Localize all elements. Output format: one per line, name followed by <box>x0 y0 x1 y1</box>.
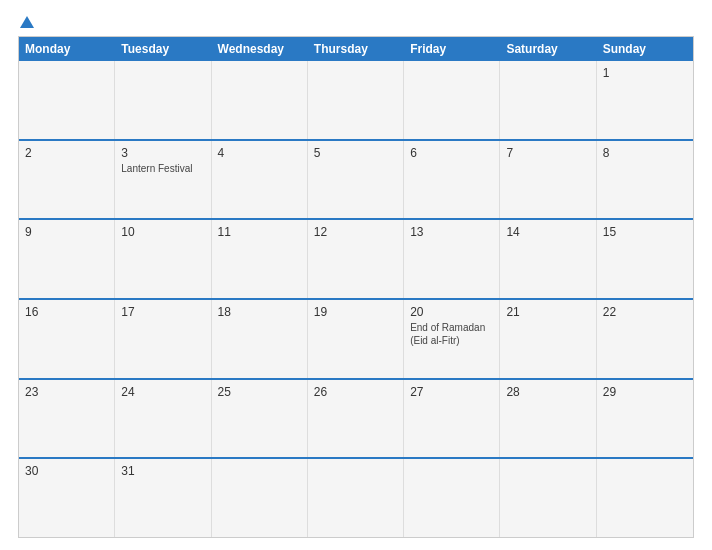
header-day-thursday: Thursday <box>308 37 404 61</box>
calendar-cell: 14 <box>500 220 596 298</box>
calendar-cell: 2 <box>19 141 115 219</box>
header-day-tuesday: Tuesday <box>115 37 211 61</box>
day-number: 15 <box>603 225 687 239</box>
day-number: 10 <box>121 225 204 239</box>
calendar-cell: 23 <box>19 380 115 458</box>
day-number: 9 <box>25 225 108 239</box>
calendar-cell: 15 <box>597 220 693 298</box>
calendar-cell: 29 <box>597 380 693 458</box>
day-number: 26 <box>314 385 397 399</box>
calendar-cell: 16 <box>19 300 115 378</box>
page: MondayTuesdayWednesdayThursdayFridaySatu… <box>0 0 712 550</box>
day-number: 22 <box>603 305 687 319</box>
event-label: End of Ramadan (Eid al-Fitr) <box>410 321 493 347</box>
day-number: 8 <box>603 146 687 160</box>
calendar-cell: 8 <box>597 141 693 219</box>
calendar-cell: 18 <box>212 300 308 378</box>
calendar-cell: 22 <box>597 300 693 378</box>
header <box>18 16 694 28</box>
calendar-cell: 12 <box>308 220 404 298</box>
calendar-cell <box>212 459 308 537</box>
calendar-cell: 7 <box>500 141 596 219</box>
header-day-friday: Friday <box>404 37 500 61</box>
calendar-cell: 28 <box>500 380 596 458</box>
event-label: Lantern Festival <box>121 162 204 175</box>
day-number: 20 <box>410 305 493 319</box>
day-number: 13 <box>410 225 493 239</box>
calendar-cell: 11 <box>212 220 308 298</box>
calendar-cell: 27 <box>404 380 500 458</box>
calendar-week-3: 9101112131415 <box>19 218 693 298</box>
day-number: 23 <box>25 385 108 399</box>
calendar-cell: 21 <box>500 300 596 378</box>
header-day-sunday: Sunday <box>597 37 693 61</box>
day-number: 16 <box>25 305 108 319</box>
day-number: 7 <box>506 146 589 160</box>
calendar-cell <box>500 61 596 139</box>
calendar-cell: 17 <box>115 300 211 378</box>
calendar-header: MondayTuesdayWednesdayThursdayFridaySatu… <box>19 37 693 61</box>
day-number: 29 <box>603 385 687 399</box>
calendar-cell: 5 <box>308 141 404 219</box>
day-number: 11 <box>218 225 301 239</box>
calendar-cell: 1 <box>597 61 693 139</box>
day-number: 25 <box>218 385 301 399</box>
calendar-cell: 13 <box>404 220 500 298</box>
calendar-cell: 31 <box>115 459 211 537</box>
calendar-cell: 4 <box>212 141 308 219</box>
calendar-cell: 20End of Ramadan (Eid al-Fitr) <box>404 300 500 378</box>
day-number: 27 <box>410 385 493 399</box>
day-number: 14 <box>506 225 589 239</box>
day-number: 6 <box>410 146 493 160</box>
calendar-body: 123Lantern Festival456789101112131415161… <box>19 61 693 537</box>
day-number: 2 <box>25 146 108 160</box>
header-day-saturday: Saturday <box>500 37 596 61</box>
day-number: 5 <box>314 146 397 160</box>
calendar-cell: 26 <box>308 380 404 458</box>
calendar-week-5: 23242526272829 <box>19 378 693 458</box>
calendar-cell <box>308 459 404 537</box>
calendar-cell <box>308 61 404 139</box>
calendar-cell: 30 <box>19 459 115 537</box>
header-day-monday: Monday <box>19 37 115 61</box>
logo-triangle-icon <box>20 16 34 28</box>
day-number: 19 <box>314 305 397 319</box>
calendar-week-2: 23Lantern Festival45678 <box>19 139 693 219</box>
day-number: 24 <box>121 385 204 399</box>
day-number: 12 <box>314 225 397 239</box>
calendar-cell <box>404 459 500 537</box>
day-number: 21 <box>506 305 589 319</box>
calendar: MondayTuesdayWednesdayThursdayFridaySatu… <box>18 36 694 538</box>
day-number: 18 <box>218 305 301 319</box>
day-number: 30 <box>25 464 108 478</box>
day-number: 3 <box>121 146 204 160</box>
day-number: 17 <box>121 305 204 319</box>
day-number: 4 <box>218 146 301 160</box>
calendar-cell <box>404 61 500 139</box>
day-number: 31 <box>121 464 204 478</box>
calendar-cell: 25 <box>212 380 308 458</box>
calendar-cell: 9 <box>19 220 115 298</box>
calendar-cell: 24 <box>115 380 211 458</box>
calendar-week-1: 1 <box>19 61 693 139</box>
calendar-cell: 10 <box>115 220 211 298</box>
calendar-cell: 3Lantern Festival <box>115 141 211 219</box>
logo <box>18 16 35 28</box>
day-number: 1 <box>603 66 687 80</box>
calendar-cell <box>115 61 211 139</box>
calendar-cell <box>212 61 308 139</box>
calendar-week-4: 1617181920End of Ramadan (Eid al-Fitr)21… <box>19 298 693 378</box>
calendar-cell <box>19 61 115 139</box>
calendar-cell: 19 <box>308 300 404 378</box>
header-day-wednesday: Wednesday <box>212 37 308 61</box>
calendar-cell <box>500 459 596 537</box>
calendar-cell <box>597 459 693 537</box>
calendar-cell: 6 <box>404 141 500 219</box>
day-number: 28 <box>506 385 589 399</box>
calendar-week-6: 3031 <box>19 457 693 537</box>
